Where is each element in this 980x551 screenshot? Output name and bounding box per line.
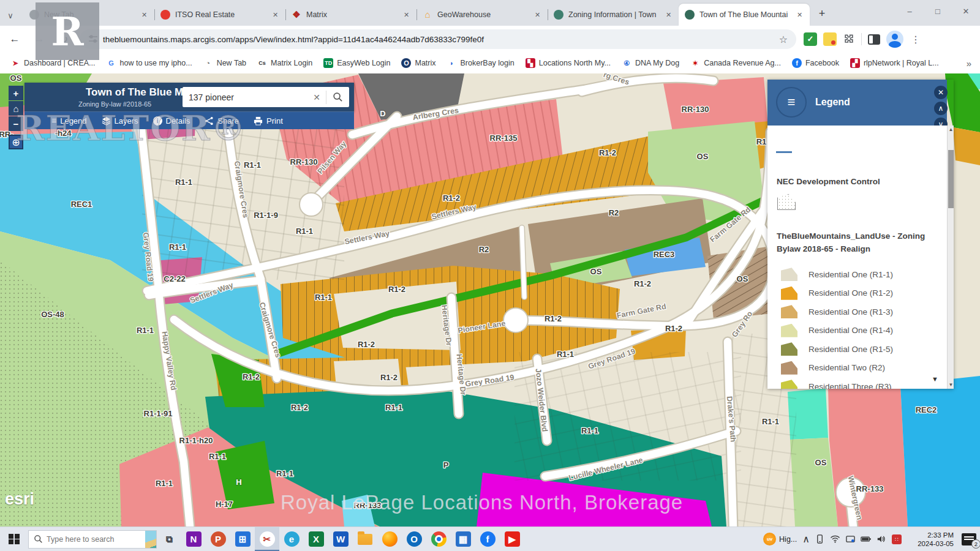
- taskbar-search[interactable]: [28, 530, 157, 549]
- phone-icon[interactable]: [815, 534, 824, 544]
- taskbar-snipping-tool[interactable]: ✂: [255, 527, 279, 551]
- app-header: Town of The Blue Mountains Zoning By-law…: [24, 83, 354, 111]
- battery-icon[interactable]: [861, 535, 871, 543]
- tab-close-icon[interactable]: ✕: [794, 10, 805, 20]
- taskbar-microsoft-store[interactable]: ⊞: [230, 527, 255, 551]
- bookmarks-overflow-icon[interactable]: »: [967, 58, 971, 69]
- notification-center-icon[interactable]: 2: [962, 533, 976, 545]
- zoom-out-button[interactable]: −: [9, 116, 23, 131]
- search-highlight-image[interactable]: [145, 531, 157, 548]
- taskbar-youtube[interactable]: ▶: [500, 527, 524, 551]
- toolbar-details-button[interactable]: i Details: [153, 116, 190, 126]
- url-text[interactable]: thebluemountains.maps.arcgis.com/apps/Vi…: [103, 35, 777, 44]
- side-panel-icon[interactable]: [868, 34, 880, 45]
- bookmark-star-icon[interactable]: ☆: [777, 34, 790, 45]
- legend-item-label: Residential One (R1-4): [809, 326, 893, 335]
- locate-button[interactable]: ⊕: [9, 135, 23, 149]
- taskbar-facebook[interactable]: f: [475, 527, 500, 551]
- tray-chevron-icon[interactable]: ∧: [802, 533, 810, 545]
- screen: ∨ New Tab✕ITSO Real Estate✕❖Matrix✕⌂GeoW…: [0, 0, 980, 551]
- scroll-down-icon[interactable]: ▼: [948, 382, 954, 388]
- taskbar-firefox[interactable]: [377, 527, 402, 551]
- toolbar-print-button[interactable]: Print: [254, 116, 283, 126]
- bookmark-item[interactable]: TDEasyWeb Login: [319, 56, 394, 70]
- browser-tab[interactable]: Town of The Blue Mountai✕: [679, 4, 810, 26]
- tab-title: Town of The Blue Mountai: [699, 10, 790, 19]
- minimize-button[interactable]: –: [895, 0, 924, 22]
- address-bar[interactable]: thebluemountains.maps.arcgis.com/apps/Vi…: [80, 29, 796, 49]
- map-search-box[interactable]: ✕: [183, 87, 349, 107]
- search-icon[interactable]: [326, 92, 349, 102]
- zone-label: R1-1-91: [144, 409, 173, 418]
- bookmark-item[interactable]: ▚Locations North My...: [521, 56, 615, 70]
- zone-label: R1-1: [296, 227, 313, 236]
- back-button[interactable]: ←: [5, 29, 24, 49]
- tab-close-icon[interactable]: ✕: [270, 10, 281, 20]
- toolbar-layers-button[interactable]: Layers: [102, 116, 138, 126]
- home-button[interactable]: ⌂: [9, 101, 23, 116]
- bookmark-item[interactable]: OMatrix: [397, 56, 440, 70]
- bookmark-item[interactable]: ◔New Tab: [199, 56, 251, 70]
- legend-scrollbar[interactable]: ▲ ▼: [947, 126, 954, 389]
- window-controls: – □ ✕: [895, 0, 980, 22]
- start-button[interactable]: [0, 527, 28, 551]
- scrollbar-thumb[interactable]: [948, 150, 954, 208]
- chrome-menu-icon[interactable]: ⋮: [910, 34, 927, 45]
- speaker-icon[interactable]: [876, 534, 886, 544]
- bookmark-label: Matrix Login: [271, 59, 312, 67]
- bookmark-favicon: ✶: [690, 58, 700, 68]
- extensions-puzzle-icon[interactable]: [843, 33, 855, 45]
- red-tray-app-icon[interactable]: ∷: [892, 534, 902, 544]
- browser-tab[interactable]: ⌂GeoWarehouse✕: [417, 4, 548, 26]
- extension-check-icon[interactable]: ✓: [804, 32, 817, 46]
- taskbar-search-input[interactable]: [47, 535, 145, 544]
- legend-collapse-icon[interactable]: ∧: [934, 102, 948, 115]
- legend-scroll-down-icon[interactable]: ▼: [932, 375, 938, 383]
- taskbar-edge[interactable]: e: [279, 527, 304, 551]
- taskbar-outlook[interactable]: O: [402, 527, 426, 551]
- browser-tab[interactable]: ITSO Real Estate✕: [154, 4, 285, 26]
- taskbar-word[interactable]: W: [328, 527, 353, 551]
- maximize-button[interactable]: □: [924, 0, 952, 22]
- bookmark-item[interactable]: ▞rlpNetwork | Royal L...: [846, 56, 943, 70]
- scroll-up-icon[interactable]: ▲: [948, 127, 954, 132]
- close-button[interactable]: ✕: [952, 0, 980, 22]
- taskbar-file-explorer[interactable]: [353, 527, 377, 551]
- map-search-input[interactable]: [183, 92, 307, 102]
- taskbar-chrome[interactable]: [426, 527, 451, 551]
- tab-search-chevron-icon[interactable]: ∨: [0, 5, 21, 26]
- new-tab-button[interactable]: +: [813, 6, 831, 23]
- legend-close-icon[interactable]: ✕: [934, 86, 948, 99]
- taskbar-clock[interactable]: 2:33 PM 2024-03-05: [907, 531, 954, 548]
- bookmark-item[interactable]: CsMatrix Login: [253, 56, 317, 70]
- taskbar-task-view[interactable]: ⧉: [157, 527, 181, 551]
- taskbar-onenote[interactable]: N: [181, 527, 206, 551]
- tab-close-icon[interactable]: ✕: [401, 10, 412, 20]
- zone-label: H-17: [216, 500, 233, 509]
- taskbar-powerpoint[interactable]: P: [206, 527, 230, 551]
- uv-index-widget[interactable]: uv Hig...: [763, 533, 797, 545]
- bookmark-item[interactable]: ◗BrokerBay login: [443, 56, 519, 70]
- bookmark-label: how to use my ipho...: [120, 59, 192, 67]
- toolbar-share-button[interactable]: Share: [205, 116, 239, 126]
- taskbar-excel[interactable]: X: [304, 527, 328, 551]
- clear-search-icon[interactable]: ✕: [307, 92, 326, 102]
- tab-close-icon[interactable]: ✕: [663, 10, 674, 20]
- browser-tab[interactable]: Zoning Information | Town✕: [548, 4, 679, 26]
- toolbar-legend-button[interactable]: ≡ Legend: [51, 116, 87, 126]
- bookmark-item[interactable]: fFacebook: [788, 56, 843, 70]
- map-viewport[interactable]: Arlberg CresPilsen Wayrg CresCraigmore C…: [0, 73, 980, 527]
- taskbar-calculator[interactable]: ▦: [451, 527, 475, 551]
- excel-icon: X: [309, 531, 324, 547]
- tab-close-icon[interactable]: ✕: [139, 10, 149, 20]
- tab-close-icon[interactable]: ✕: [532, 10, 543, 20]
- browser-tab[interactable]: ❖Matrix✕: [285, 4, 417, 26]
- bookmark-item[interactable]: ④DNA My Dog: [617, 56, 684, 70]
- wifi-icon[interactable]: [830, 534, 840, 544]
- extension-yellow-icon[interactable]: [823, 32, 837, 46]
- pen-icon[interactable]: [846, 534, 855, 544]
- bookmark-item[interactable]: ✶Canada Revenue Ag...: [686, 56, 785, 70]
- bookmark-item[interactable]: Ghow to use my ipho...: [102, 56, 197, 70]
- profile-avatar[interactable]: [886, 31, 903, 48]
- zoom-in-button[interactable]: +: [9, 86, 23, 100]
